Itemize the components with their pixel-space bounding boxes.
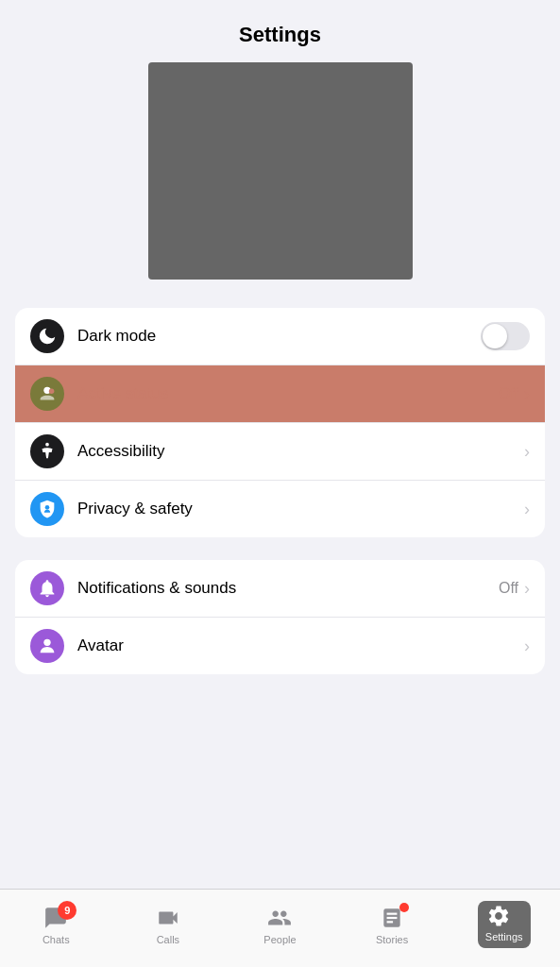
- avatar-label: Avatar: [77, 636, 524, 655]
- calls-icon-wrap: [153, 905, 183, 931]
- active-status-icon: [30, 377, 64, 411]
- active-status-label: Active status: [77, 384, 499, 403]
- privacy-safety-chevron: ›: [524, 500, 530, 519]
- profile-image: [148, 62, 413, 280]
- svg-rect-7: [387, 916, 398, 918]
- settings-card-1: Dark mode Active status Off ›: [15, 308, 545, 537]
- tab-chats[interactable]: 9 Chats: [0, 897, 112, 945]
- svg-point-1: [49, 389, 55, 395]
- privacy-safety-label: Privacy & safety: [77, 500, 524, 518]
- tab-stories[interactable]: Stories: [336, 897, 449, 945]
- header: Settings: [0, 0, 560, 62]
- notifications-value: Off: [499, 580, 518, 597]
- tab-settings[interactable]: Settings: [448, 893, 560, 948]
- main-content: Settings Dark mode: [0, 0, 560, 791]
- privacy-safety-icon: [30, 492, 64, 526]
- tab-people[interactable]: People: [224, 897, 336, 945]
- people-icon-wrap: [264, 905, 295, 931]
- svg-rect-8: [387, 921, 394, 923]
- accessibility-row[interactable]: Accessibility ›: [15, 423, 545, 481]
- notifications-row[interactable]: Notifications & sounds Off ›: [15, 560, 545, 618]
- dark-mode-label: Dark mode: [77, 327, 481, 346]
- settings-tab-bg: Settings: [478, 901, 531, 948]
- svg-point-4: [43, 639, 50, 646]
- active-status-row[interactable]: Active status Off ›: [15, 365, 545, 423]
- settings-label: Settings: [485, 931, 523, 942]
- privacy-safety-row[interactable]: Privacy & safety ›: [15, 481, 545, 537]
- chats-label: Chats: [42, 934, 70, 945]
- avatar-chevron: ›: [524, 636, 530, 656]
- dark-mode-icon: [30, 319, 64, 353]
- accessibility-chevron: ›: [524, 442, 530, 462]
- active-status-chevron: ›: [524, 384, 530, 404]
- accessibility-label: Accessibility: [77, 442, 524, 461]
- svg-point-2: [45, 443, 49, 447]
- chats-icon-wrap: 9: [41, 905, 71, 931]
- svg-point-3: [45, 505, 50, 510]
- settings-icon-wrap: [485, 905, 512, 927]
- notifications-chevron: ›: [524, 579, 530, 599]
- notifications-label: Notifications & sounds: [77, 579, 499, 598]
- tab-bar: 9 Chats Calls People: [0, 889, 560, 967]
- toggle-knob: [483, 324, 507, 348]
- settings-card-2: Notifications & sounds Off › Avatar ›: [15, 560, 545, 674]
- stories-icon-wrap: [377, 905, 407, 931]
- page-title: Settings: [0, 23, 560, 47]
- tab-calls[interactable]: Calls: [112, 897, 225, 945]
- stories-dot: [399, 903, 409, 912]
- dark-mode-row[interactable]: Dark mode: [15, 308, 545, 365]
- chats-badge: 9: [58, 901, 76, 920]
- dark-mode-toggle[interactable]: [481, 322, 530, 350]
- avatar-row[interactable]: Avatar ›: [15, 618, 545, 674]
- people-label: People: [263, 934, 296, 945]
- accessibility-icon: [30, 434, 64, 468]
- stories-label: Stories: [376, 934, 408, 945]
- active-status-value: Off: [499, 385, 518, 402]
- svg-rect-6: [387, 912, 398, 914]
- calls-label: Calls: [157, 934, 179, 945]
- notifications-icon: [30, 571, 64, 605]
- avatar-icon: [30, 629, 64, 663]
